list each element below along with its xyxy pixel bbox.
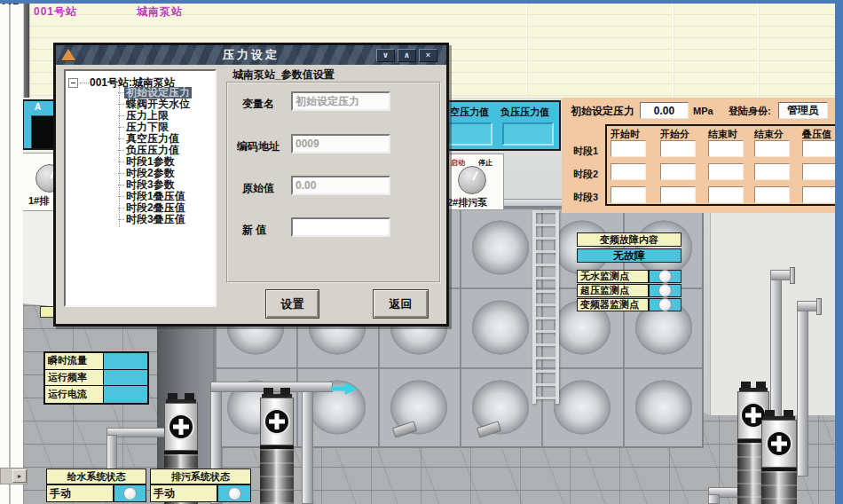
original-value-field[interactable] xyxy=(291,176,390,195)
schedule-cell[interactable] xyxy=(611,140,646,157)
schedule-cell[interactable] xyxy=(802,140,838,157)
pump-impeller-icon xyxy=(168,413,194,440)
left-strip-groove xyxy=(9,0,12,504)
vacuum-pressure-header: 空压力值 xyxy=(450,106,489,119)
initial-pressure-value: 0.00 xyxy=(640,102,689,119)
status-lamp-icon xyxy=(123,487,137,500)
vfd-fault-header: 变频故障内容 xyxy=(577,232,681,247)
pipe xyxy=(797,308,808,476)
run-current-value xyxy=(104,386,147,403)
instant-flow-label: 瞬时流量 xyxy=(45,353,104,370)
close-button[interactable]: × xyxy=(419,49,437,62)
pump-cap xyxy=(761,410,797,420)
schedule-cell[interactable] xyxy=(611,186,646,203)
pump-body xyxy=(761,420,797,468)
minimize-button[interactable]: ∨ xyxy=(376,49,395,62)
pump-cap xyxy=(260,388,294,398)
code-address-field[interactable] xyxy=(291,134,390,154)
pump1-control-panel-fragment: 1#排 xyxy=(22,153,56,211)
schedule-cell[interactable] xyxy=(611,163,646,180)
schedule-cell[interactable] xyxy=(708,163,744,180)
run-frequency-label: 运行频率 xyxy=(45,370,104,387)
monitor-label: 无水监测点 xyxy=(577,270,649,283)
pressure-setting-dialog: 压力设定 ∨ ∧ × 001号站:城南泵站 初始设定压力 蝶阀开关水位 压力上限… xyxy=(53,43,449,327)
pressure-unit: MPa xyxy=(693,106,713,116)
tree-item[interactable]: 时段3叠压值 xyxy=(124,214,192,225)
schedule-cell[interactable] xyxy=(660,163,696,180)
schedule-row-label: 时段2 xyxy=(573,168,598,181)
run-frequency-value xyxy=(104,370,147,387)
schedule-cell[interactable] xyxy=(708,140,744,157)
pump-cap xyxy=(164,393,198,403)
schedule-cell[interactable] xyxy=(660,186,696,203)
pipe-flange xyxy=(790,267,795,284)
schedule-cell[interactable] xyxy=(754,163,790,180)
schedule-cell[interactable] xyxy=(754,140,790,157)
monitor-label: 超压监测点 xyxy=(577,284,649,297)
pump-body xyxy=(260,398,294,445)
pump1-panel-fragment: A xyxy=(22,99,56,150)
status-lamp-icon xyxy=(658,270,672,283)
schedule-cell[interactable] xyxy=(660,140,696,157)
negative-pressure-value xyxy=(502,122,554,146)
monitor-label: 变频器监测点 xyxy=(577,298,649,311)
pump-base xyxy=(260,445,294,504)
fragment-display xyxy=(31,115,56,149)
schedule-column-header: 开始时 xyxy=(611,128,640,141)
tree-connector-dash xyxy=(80,83,89,83)
new-value-label: 新 值 xyxy=(242,223,266,238)
flow-metrics-panel: 瞬时流量 运行频率 运行电流 xyxy=(43,351,149,405)
status-lamp-icon xyxy=(658,298,672,311)
parameter-tree: 001号站:城南泵站 初始设定压力 蝶阀开关水位 压力上限 压力下限 真空压力值… xyxy=(64,69,217,307)
new-value-field[interactable] xyxy=(291,217,390,237)
scroll-right-arrow-icon[interactable]: ▸ xyxy=(12,469,27,483)
tree-connector-line xyxy=(119,87,121,227)
code-address-label: 编码地址 xyxy=(237,139,280,154)
schedule-column-header: 结束分 xyxy=(754,128,784,141)
status-lamp-icon xyxy=(658,284,672,297)
window-frame-right xyxy=(835,0,843,504)
vfd-monitor-indicator xyxy=(649,298,681,311)
negative-pressure-header: 负压压力值 xyxy=(500,106,549,119)
return-button[interactable]: 返回 xyxy=(373,289,429,319)
dialog-titlebar[interactable]: 压力设定 ∨ ∧ × xyxy=(56,45,446,65)
schedule-cell[interactable] xyxy=(754,186,790,203)
station-id-cell[interactable]: 001号站 xyxy=(34,4,77,20)
schedule-column-header: 开始分 xyxy=(660,128,689,141)
schedule-cell[interactable] xyxy=(802,186,838,203)
schedule-cell[interactable] xyxy=(802,163,838,180)
pipe xyxy=(770,270,792,280)
horizontal-scrollbar[interactable]: ▸ xyxy=(0,468,28,484)
pump2-label: 2#排污泵 xyxy=(447,196,487,209)
start-label: 启动 xyxy=(451,158,465,168)
variable-name-field[interactable] xyxy=(291,91,390,111)
tree-item-list: 初始设定压力 蝶阀开关水位 压力上限 压力下限 真空压力值 负压压力值 时段1参… xyxy=(124,87,192,225)
pump2-start-stop-knob[interactable] xyxy=(458,166,486,194)
dialog-cone-icon xyxy=(61,49,75,60)
pump-base xyxy=(761,468,797,504)
schedule-row-label: 时段3 xyxy=(573,191,598,204)
no-water-monitor-indicator xyxy=(649,270,681,283)
tank-ladder xyxy=(532,210,559,404)
pipe xyxy=(797,301,818,311)
restore-button[interactable]: ∧ xyxy=(398,49,416,62)
station-name-cell[interactable]: 城南泵站 xyxy=(137,4,183,20)
schedule-column-header: 叠压值 xyxy=(802,128,831,141)
parameter-panel: 初始设定压力 0.00 MPa 登陆身份: 管理员 时段1 时段2 时段3 开始… xyxy=(562,98,835,213)
tree-expander-icon[interactable] xyxy=(68,78,78,88)
schedule-cell[interactable] xyxy=(708,186,744,203)
set-button[interactable]: 设置 xyxy=(265,289,319,319)
left-window-strip xyxy=(0,0,23,504)
hidden-panel-fragment xyxy=(40,306,54,318)
vacuum-pressure-value xyxy=(448,122,492,146)
schedule-row-label: 时段1 xyxy=(573,145,598,158)
water-system-status-header: 给水系统状态 xyxy=(46,469,146,484)
pipe-flange xyxy=(816,298,822,315)
stop-label: 停止 xyxy=(478,158,492,168)
pump2-control-panel: 启动 停止 2#排污泵 xyxy=(444,154,504,210)
pump-impeller-icon xyxy=(264,408,290,435)
pipe xyxy=(708,494,720,504)
water-system-mode: 手动 xyxy=(46,484,114,502)
pump1-label: 1#排 xyxy=(28,194,49,208)
sewage-system-indicator xyxy=(217,484,251,502)
